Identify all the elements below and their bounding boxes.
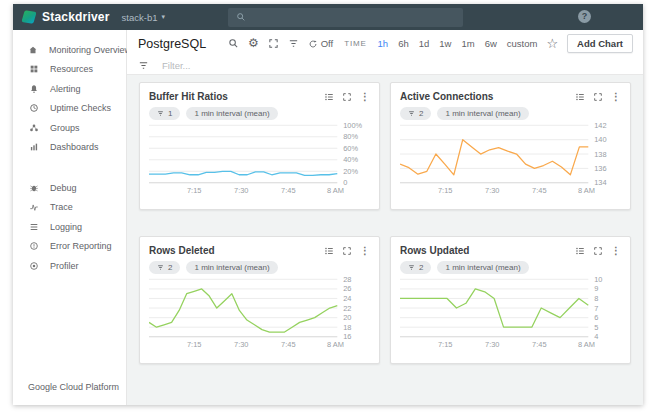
time-range-custom[interactable]: custom	[507, 38, 538, 49]
filter-count: 2	[168, 263, 172, 272]
fullscreen-icon[interactable]	[342, 92, 352, 102]
filter-chip[interactable]: 2	[400, 261, 431, 274]
chart-title: Rows Deleted	[149, 245, 215, 256]
legend-icon[interactable]	[575, 92, 585, 102]
sidebar-item-monitoring-overview[interactable]: Monitoring Overview	[13, 40, 126, 60]
legend-icon[interactable]	[575, 246, 585, 256]
x-axis-label: 7:15	[187, 340, 201, 349]
x-axis-label: 7:45	[532, 340, 546, 349]
sidebar-divider	[13, 157, 126, 178]
sidebar-item-alerting[interactable]: Alerting	[13, 79, 126, 99]
add-chart-button[interactable]: Add Chart	[567, 34, 633, 53]
chart-line	[149, 289, 337, 332]
time-range-1m[interactable]: 1m	[461, 38, 474, 49]
y-axis-label: 134	[594, 178, 606, 187]
dashboard-icon	[28, 142, 39, 153]
x-axis-label: 8 AM	[327, 340, 344, 349]
y-axis-label: 10	[594, 276, 602, 284]
time-range-1d[interactable]: 1d	[419, 38, 430, 49]
x-axis-label: 8 AM	[578, 340, 595, 349]
time-range-1w[interactable]: 1w	[439, 38, 451, 49]
filter-chip[interactable]: 1	[149, 107, 180, 120]
sidebar: Monitoring Overview Resources Alerting U…	[13, 30, 127, 405]
top-bar: Stackdriver stack-b1 ▾ ?	[13, 4, 643, 30]
chart-line	[400, 140, 588, 175]
x-axis-label: 7:45	[281, 186, 295, 195]
sidebar-item-resources[interactable]: Resources	[13, 60, 126, 80]
search-input[interactable]	[252, 12, 442, 23]
interval-chip[interactable]: 1 min interval (mean)	[437, 261, 528, 274]
sidebar-item-dashboards[interactable]: Dashboards	[13, 138, 126, 158]
sidebar-item-trace[interactable]: Trace	[13, 198, 126, 218]
more-icon[interactable]: ⋮	[611, 92, 621, 102]
global-search[interactable]	[228, 8, 463, 27]
y-axis-label: 138	[594, 150, 606, 159]
google-cloud-platform-link[interactable]: Google Cloud Platform	[13, 381, 126, 405]
fullscreen-icon[interactable]	[342, 246, 352, 256]
y-axis-label: 9	[594, 284, 598, 293]
chevron-down-icon: ▾	[161, 13, 165, 21]
y-axis-label: 7	[594, 304, 598, 313]
time-range-6w[interactable]: 6w	[485, 38, 497, 49]
sidebar-item-logging[interactable]: Logging	[13, 217, 126, 237]
x-axis-label: 7:30	[234, 340, 248, 349]
more-icon[interactable]: ⋮	[611, 246, 621, 256]
search-icon	[236, 12, 246, 22]
fullscreen-icon[interactable]	[593, 246, 603, 256]
time-range-6h[interactable]: 6h	[398, 38, 409, 49]
filter-funnel-icon[interactable]	[288, 38, 299, 49]
filter-chip[interactable]: 2	[400, 107, 431, 120]
stackdriver-logo-icon	[21, 10, 36, 23]
filter-count: 1	[168, 109, 172, 118]
search-charts-icon[interactable]	[228, 38, 239, 49]
sidebar-item-debug[interactable]: Debug	[13, 178, 126, 198]
sidebar-item-error-reporting[interactable]: Error Reporting	[13, 237, 126, 257]
y-axis-label: 5	[594, 323, 598, 332]
filter-count: 2	[419, 109, 423, 118]
chart-plot[interactable]: 100%80%60%40%20%07:157:307:458 AM	[149, 122, 370, 196]
project-selector[interactable]: stack-b1 ▾	[122, 12, 165, 23]
star-icon[interactable]: ☆	[546, 37, 558, 50]
sidebar-item-uptime-checks[interactable]: Uptime Checks	[13, 99, 126, 119]
chart-card: Buffer Hit Ratios ⋮ 1 1 min interval (me…	[139, 82, 380, 210]
y-axis-label: 40%	[343, 155, 358, 164]
interval-chip[interactable]: 1 min interval (mean)	[437, 107, 528, 120]
y-axis-label: 26	[343, 284, 351, 293]
y-axis-label: 8	[594, 294, 598, 303]
more-icon[interactable]: ⋮	[360, 92, 370, 102]
main-area: PostgreSQL ⚙ Off TI	[127, 30, 643, 405]
y-axis-label: 16	[343, 332, 351, 341]
fullscreen-icon[interactable]	[268, 38, 279, 49]
y-axis-label: 28	[343, 276, 351, 284]
grid-icon	[28, 64, 39, 75]
y-axis-label: 142	[594, 122, 606, 130]
sidebar-item-profiler[interactable]: Profiler	[13, 256, 126, 276]
settings-gear-icon[interactable]: ⚙	[248, 38, 259, 49]
filter-input[interactable]	[162, 60, 442, 71]
home-icon	[28, 44, 38, 55]
chart-plot[interactable]: 282624222018167:157:307:458 AM	[149, 276, 370, 350]
filter-count: 2	[419, 263, 423, 272]
time-range-1h[interactable]: 1h	[378, 38, 389, 49]
x-axis-label: 7:15	[438, 340, 452, 349]
interval-chip[interactable]: 1 min interval (mean)	[186, 261, 277, 274]
dashboard-grid: Buffer Hit Ratios ⋮ 1 1 min interval (me…	[127, 75, 643, 405]
filter-chip[interactable]: 2	[149, 261, 180, 274]
legend-icon[interactable]	[324, 92, 334, 102]
brand-name: Stackdriver	[42, 10, 110, 24]
log-list-icon	[28, 221, 39, 232]
filter-bar	[127, 57, 643, 75]
interval-chip[interactable]: 1 min interval (mean)	[186, 107, 277, 120]
more-icon[interactable]: ⋮	[360, 246, 370, 256]
fullscreen-icon[interactable]	[593, 92, 603, 102]
chart-plot[interactable]: 109876547:157:307:458 AM	[400, 276, 621, 350]
help-icon[interactable]: ?	[578, 10, 591, 23]
auto-refresh-toggle[interactable]: Off	[308, 38, 334, 49]
chart-plot[interactable]: 1421401381361347:157:307:458 AM	[400, 122, 621, 196]
chart-title: Active Connections	[400, 91, 493, 102]
y-axis-label: 80%	[343, 132, 358, 141]
legend-icon[interactable]	[324, 246, 334, 256]
sidebar-item-groups[interactable]: Groups	[13, 118, 126, 138]
filter-funnel-icon	[157, 110, 164, 117]
app-window: Stackdriver stack-b1 ▾ ? Monitoring Over…	[13, 4, 643, 405]
